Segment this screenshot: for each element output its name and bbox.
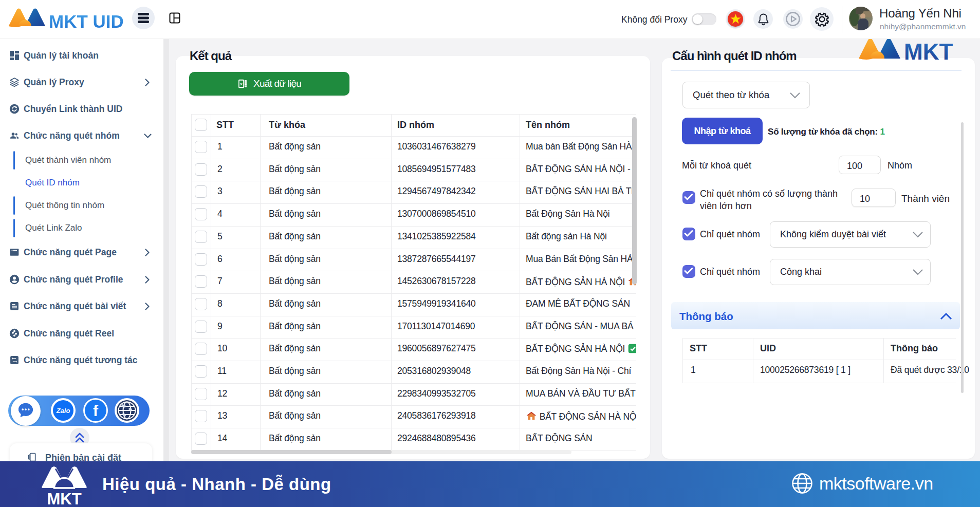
svg-text:MKT: MKT	[904, 39, 953, 64]
svg-text:MKT: MKT	[47, 490, 81, 507]
svg-text:x: x	[240, 82, 243, 86]
